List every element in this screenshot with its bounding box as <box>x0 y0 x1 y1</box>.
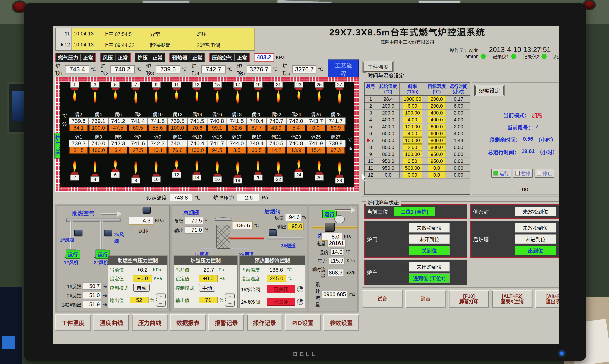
burner: 20 <box>252 156 264 183</box>
flame-icon <box>133 156 138 175</box>
bottom-panels: 助燃空气 4.3 KPa 风压 <box>55 204 359 312</box>
thermocouple-name: 偶6 <box>115 111 122 117</box>
valve-dial-icon[interactable] <box>297 299 303 305</box>
burner: 21 <box>272 82 284 109</box>
air-mode-button[interactable]: 自动 <box>133 284 150 292</box>
thermocouple-name: 偶10 <box>153 111 163 117</box>
target-temp-input[interactable]: 200.0 <box>428 96 446 102</box>
gas-meter-row: 压力 115.9 KPa <box>309 257 357 264</box>
gas-meter-label: 瞬时流量 <box>311 266 325 279</box>
thermocouple-name: 偶4 <box>95 111 102 117</box>
thermocouple-temp: 739.3 <box>69 140 88 147</box>
chamber-output-minus-button[interactable]: － <box>225 300 235 307</box>
flame-icon <box>235 90 240 109</box>
air-output-minus-button[interactable]: － <box>156 300 166 307</box>
thermocouple-temp: 742.3 <box>148 140 168 147</box>
gas-meter-list: 电量 28161 温度 14.0 ℃ <box>309 238 357 308</box>
thermocouple-name: 偶14 <box>192 111 202 117</box>
roof-temp-value: 743.4 <box>65 65 89 74</box>
nav-button[interactable]: 报警记录 <box>208 314 244 331</box>
target-temp-input[interactable]: 0.0 <box>428 165 446 171</box>
target-temp-input[interactable]: 0.0 <box>428 172 446 178</box>
burner-nozzle <box>71 172 78 175</box>
rate-input[interactable]: 100.00 <box>403 151 422 157</box>
rate-input[interactable]: 0.50 <box>403 158 422 164</box>
target-temp-input[interactable]: 400.0 <box>428 110 446 116</box>
thermocouple-output-pct: 60.9 <box>327 125 345 131</box>
alarm-index: 11 <box>56 28 72 39</box>
thermocouple: 偶7 741.6 27.5 <box>128 133 148 154</box>
flame-icon <box>174 90 179 103</box>
burner-settings-button[interactable]: 烧嘴设定 <box>475 86 503 95</box>
rate-input[interactable]: 6.00 <box>403 103 422 109</box>
burner: 25 <box>313 82 325 109</box>
system-button-label: 退出系统 <box>546 299 559 305</box>
precool-setpoint-input[interactable]: 245.0 <box>267 275 286 282</box>
system-button[interactable]: 消音 <box>405 290 446 308</box>
system-button[interactable]: [Alt+F4] 退出系统 <box>535 290 559 308</box>
chamber-setpoint-input[interactable]: +0.0 <box>199 275 218 282</box>
burner-number: 22 <box>274 176 283 182</box>
fan-feedback-label: 2#反馈 <box>60 292 81 299</box>
rate-input[interactable]: 100.00 <box>403 110 422 116</box>
target-temp-input[interactable]: 200.0 <box>428 103 446 109</box>
nav-button[interactable]: 工件温度 <box>55 314 91 331</box>
process-flow-button[interactable]: 工艺流程 <box>328 60 359 79</box>
status-badge-label: 炉压 <box>137 54 147 61</box>
target-temp-input[interactable]: 400.0 <box>428 117 446 123</box>
target-temp-input[interactable]: 600.0 <box>428 124 446 130</box>
system-button[interactable]: 试音 <box>362 290 403 308</box>
nav-button[interactable]: 操作记录 <box>247 314 282 331</box>
air-setpoint-input[interactable]: +6.0 <box>133 275 152 282</box>
thermocouple-temp: 742.0 <box>286 117 306 125</box>
workpiece-temp-button[interactable]: 工件温度 <box>363 62 393 72</box>
status-ok-icon <box>541 54 547 59</box>
target-temp-input[interactable]: 800.0 <box>428 137 446 143</box>
rate-input[interactable]: 0.00 <box>403 172 422 178</box>
target-temp-input[interactable]: 600.0 <box>428 130 446 137</box>
chamber-output-value[interactable]: 71 <box>199 297 218 303</box>
valve-dial-icon[interactable] <box>297 286 303 292</box>
fan-feedback-label: 1#反馈 <box>60 283 81 290</box>
pause-button[interactable]: 暂停 <box>513 169 533 178</box>
chamber-mode-button[interactable]: 手动 <box>199 284 215 292</box>
schedule-header-cell: 起始温度 (℃) <box>377 83 400 95</box>
chamber-output-plus-button[interactable]: + <box>225 294 235 299</box>
rate-input[interactable]: 100.00 <box>403 137 422 143</box>
rate-input[interactable]: 100.00 <box>403 124 422 130</box>
nav-button[interactable]: 压力曲线 <box>132 314 168 331</box>
stop-button[interactable]: 停止 <box>535 169 554 178</box>
thermocouple: 偶1 739.3 81.5 <box>69 133 88 154</box>
thermocouple-output-pct: 32.6 <box>228 125 246 131</box>
air-output-plus-button[interactable]: + <box>156 294 166 299</box>
start-temp: 200.0 <box>377 109 400 116</box>
title-block: 29X7.3X8.5m台车式燃气炉控温系统 江阴中南重工股份有限公司 操作员：w… <box>258 28 556 51</box>
burner-number: 24 <box>294 172 303 178</box>
thermocouple: 偶14 741.5 70.6 <box>187 111 207 131</box>
nav-button[interactable]: 参数设置 <box>323 314 359 331</box>
nav-button[interactable]: PID设置 <box>285 314 321 331</box>
rate-input[interactable]: 2.00 <box>403 144 422 151</box>
target-temp-input[interactable]: 800.0 <box>428 144 446 151</box>
burner-number: 20 <box>253 175 263 181</box>
alarm-row[interactable]: 12 10-04-13 上午 09:44:32 超温报警 26#热电偶 <box>56 39 254 50</box>
nav-button[interactable]: 数据报表 <box>170 314 206 331</box>
target-temp-input[interactable]: 950.0 <box>428 158 446 164</box>
target-temp-input[interactable]: 950.0 <box>428 151 446 157</box>
rate-input[interactable]: 4.00 <box>403 117 422 123</box>
system-button[interactable]: [ALT+F2] 登录&注销 <box>492 290 532 308</box>
burner: 13 <box>191 82 203 109</box>
run-button[interactable]: 运行 <box>491 169 511 178</box>
start-temp: 800.0 <box>377 151 400 157</box>
burner-number: 27 <box>335 82 344 88</box>
rate-input[interactable]: 4.00 <box>403 130 422 137</box>
rate-input[interactable]: 500.00 <box>403 165 422 171</box>
burner-number: 16 <box>213 176 222 182</box>
burner: 12 <box>171 156 183 183</box>
rate-input[interactable]: 1000.00 <box>403 96 422 102</box>
system-button[interactable]: [F10] 屏幕打印 <box>449 290 489 308</box>
air-output-value[interactable]: 52 <box>130 297 148 303</box>
alarm-type: 超温报警 <box>150 41 197 49</box>
alarm-row[interactable]: 11 10-04-13 上午 07:54:51 异常 炉压 <box>56 28 254 39</box>
nav-button[interactable]: 温度曲线 <box>93 314 129 331</box>
